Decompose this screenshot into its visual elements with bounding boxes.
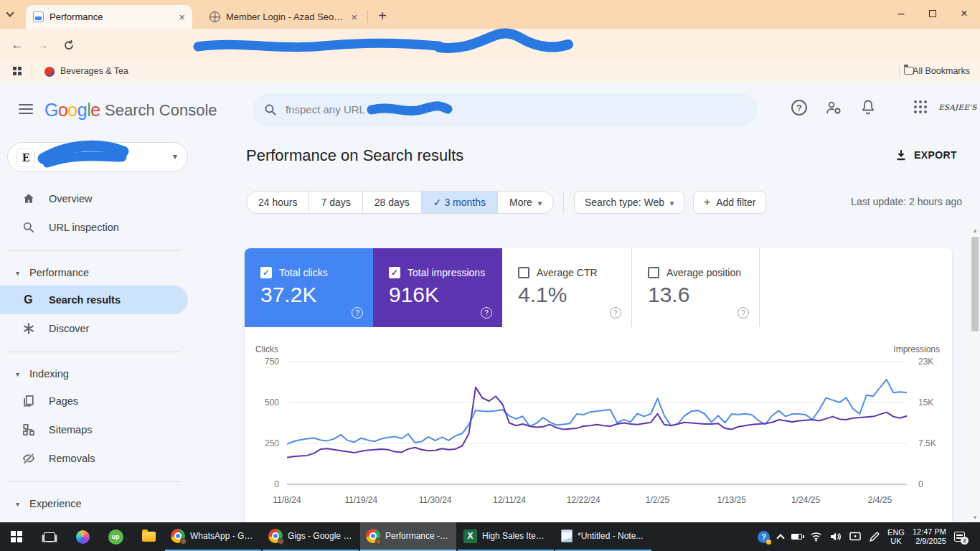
tab-performance[interactable]: Performance × xyxy=(26,5,192,29)
excel-icon: X xyxy=(463,529,477,543)
all-bookmarks-button[interactable]: All Bookmarks xyxy=(913,66,970,76)
close-tab-icon[interactable]: × xyxy=(351,11,357,23)
file-explorer-icon[interactable] xyxy=(132,522,165,551)
svg-text:G: G xyxy=(24,293,32,306)
date-range-3-months[interactable]: ✓ 3 months xyxy=(422,192,498,213)
tray-overflow-chevron[interactable] xyxy=(776,534,784,542)
scrollbar-thumb[interactable] xyxy=(971,237,979,331)
taskbar-app-performance-g-[interactable]: Performance - G... xyxy=(360,522,456,551)
scroll-up-arrow[interactable]: ▲ xyxy=(970,227,980,235)
help-icon[interactable]: ? xyxy=(738,307,749,319)
metric-tile-average-position[interactable]: Average position13.6? xyxy=(631,248,760,327)
tab-search-icon[interactable] xyxy=(7,9,19,20)
search-placeholder: Inspect any URL in xyxy=(286,103,376,116)
maximize-button[interactable] xyxy=(917,0,948,27)
add-filter-button[interactable]: + Add filter xyxy=(693,191,766,214)
back-button[interactable]: ← xyxy=(7,35,27,55)
google-apps-grid-icon[interactable] xyxy=(913,99,933,119)
sidebar-item-url-inspection[interactable]: URL inspection xyxy=(0,213,201,242)
sidebar-section-experience[interactable]: ▾Experience xyxy=(0,491,201,517)
bookmark-favicon xyxy=(44,67,55,77)
help-icon[interactable]: ? xyxy=(791,100,811,120)
metric-value: 37.2K xyxy=(260,283,316,307)
copilot-icon[interactable] xyxy=(66,522,99,551)
export-button[interactable]: EXPORT xyxy=(895,149,957,161)
metric-tile-total-clicks[interactable]: ✓Total clicks37.2K? xyxy=(245,248,373,327)
bookmark-beverages[interactable]: Beverages & Tea xyxy=(60,66,128,76)
right-axis-title: Impressions xyxy=(893,344,940,354)
start-button[interactable] xyxy=(0,522,33,551)
scroll-down-arrow[interactable]: ▼ xyxy=(970,514,980,522)
chrome-icon xyxy=(171,529,185,543)
sidebar-item-pages[interactable]: Pages xyxy=(0,387,201,415)
metric-tile-total-impressions[interactable]: ✓Total impressions916K? xyxy=(373,248,502,327)
url-inspect-search-box[interactable]: Inspect any URL in " xyxy=(253,93,758,126)
page-title: Performance on Search results xyxy=(246,146,463,165)
sidebar-item-core-web-vitals[interactable]: Core Web Vitals xyxy=(0,517,201,522)
x-axis-tick: 11/8/24 xyxy=(264,495,310,505)
apps-grid-icon[interactable] xyxy=(13,67,22,76)
forward-button[interactable]: → xyxy=(33,35,53,55)
property-favicon: E xyxy=(17,149,35,167)
taskbar-app--untitled-note-[interactable]: *Untitled - Note... xyxy=(555,522,651,551)
metric-tile-average-ctr[interactable]: Average CTR4.1%? xyxy=(502,248,631,327)
battery-icon[interactable] xyxy=(791,534,802,540)
tab-member-login[interactable]: Member Login - Azad Seo Tool × xyxy=(202,5,364,29)
sidebar-divider xyxy=(7,250,181,251)
wireless-display-icon[interactable] xyxy=(849,532,861,542)
sidebar-item-label: Removals xyxy=(49,453,95,464)
language-indicator[interactable]: ENG UK xyxy=(887,528,905,545)
close-window-button[interactable]: × xyxy=(948,0,980,27)
close-tab-icon[interactable]: × xyxy=(179,11,185,23)
help-icon[interactable]: ? xyxy=(610,307,621,319)
help-icon[interactable]: ? xyxy=(352,307,363,319)
x-axis-tick: 11/30/24 xyxy=(413,495,458,505)
date-range-28-days[interactable]: 28 days xyxy=(363,192,422,213)
pen-icon[interactable] xyxy=(869,532,880,542)
new-tab-button[interactable]: + xyxy=(372,6,393,27)
reload-button[interactable] xyxy=(59,35,79,55)
clock[interactable]: 12:47 PM 2/9/2025 xyxy=(913,527,946,546)
unchecked-checkbox[interactable] xyxy=(648,267,659,278)
checked-checkbox[interactable]: ✓ xyxy=(389,267,400,278)
search-type-dropdown[interactable]: Search type: Web ▾ xyxy=(574,191,684,214)
home-icon xyxy=(22,192,36,206)
volume-icon[interactable] xyxy=(830,532,842,542)
sidebar-section-performance[interactable]: ▾Performance xyxy=(0,260,201,286)
windows-taskbar: up WhatsApp - Goo...Gigs - Google Ch...P… xyxy=(0,522,980,551)
minimize-button[interactable]: – xyxy=(885,0,917,27)
unchecked-checkbox[interactable] xyxy=(518,267,529,278)
sidebar-section-indexing[interactable]: ▾Indexing xyxy=(0,361,201,387)
date-range-7-days[interactable]: 7 days xyxy=(309,192,362,213)
upwork-icon[interactable]: up xyxy=(99,522,132,551)
get-help-tray-icon[interactable]: ? xyxy=(758,531,770,543)
date-range-24-hours[interactable]: 24 hours xyxy=(247,192,309,213)
account-settings-icon[interactable] xyxy=(824,98,844,118)
checked-checkbox[interactable]: ✓ xyxy=(260,267,272,278)
sidebar-item-discover[interactable]: Discover xyxy=(0,314,201,343)
wifi-icon[interactable] xyxy=(810,532,822,542)
section-caret-icon: ▾ xyxy=(16,370,19,378)
hamburger-menu-icon[interactable] xyxy=(19,104,33,114)
help-icon[interactable]: ? xyxy=(481,307,492,319)
property-selector[interactable]: E esaje ▾ xyxy=(7,142,188,172)
left-axis-tick: 750 xyxy=(255,357,279,367)
taskbar-app-whatsapp-goo-[interactable]: WhatsApp - Goo... xyxy=(165,522,261,551)
sidebar-item-search-results[interactable]: GSearch results xyxy=(0,286,188,314)
taskbar-app-high-sales-item-[interactable]: XHigh Sales Item ... xyxy=(458,522,554,551)
sidebar-item-removals[interactable]: Removals xyxy=(0,444,201,473)
performance-line-chart[interactable] xyxy=(286,359,908,489)
task-view-button[interactable] xyxy=(33,522,66,551)
sidebar-item-sitemaps[interactable]: Sitemaps xyxy=(0,415,201,444)
left-axis-tick: 250 xyxy=(255,438,279,448)
right-axis-tick: 0 xyxy=(918,479,943,489)
sidebar-item-overview[interactable]: Overview xyxy=(0,184,201,213)
metric-value: 13.6 xyxy=(648,283,689,307)
taskbar-app-gigs-google-ch-[interactable]: Gigs - Google Ch... xyxy=(263,522,359,551)
page-scrollbar[interactable]: ▲ ▼ xyxy=(970,227,980,522)
section-caret-icon: ▾ xyxy=(16,269,19,277)
date-range-more-dropdown[interactable]: More ▾ xyxy=(498,192,553,213)
notifications-bell-icon[interactable] xyxy=(859,98,880,118)
action-center-icon[interactable]: 2 xyxy=(954,532,965,542)
sidebar-nav: OverviewURL inspection▾PerformanceGSearc… xyxy=(0,184,201,522)
